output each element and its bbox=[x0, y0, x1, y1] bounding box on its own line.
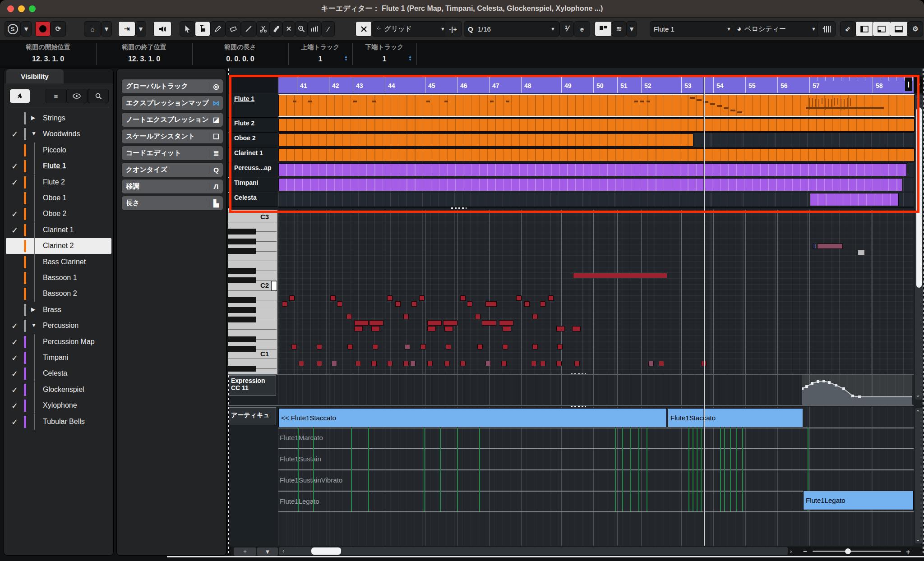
visibility-track-row[interactable]: ✓Tubular Bells bbox=[6, 414, 111, 430]
show-part-borders-button[interactable] bbox=[595, 21, 612, 37]
overview-track-name-cell[interactable]: Celesta bbox=[228, 193, 277, 207]
info-field-value[interactable]: 0. 0. 0. 0 bbox=[192, 55, 288, 63]
zone3-toggle[interactable] bbox=[890, 21, 908, 37]
midi-note[interactable] bbox=[857, 250, 865, 255]
midi-part[interactable] bbox=[278, 94, 915, 117]
overview-track-name-cell[interactable]: Clarinet 1 bbox=[228, 148, 277, 162]
midi-note[interactable] bbox=[330, 295, 336, 301]
midi-note[interactable] bbox=[460, 361, 466, 366]
value-stepper[interactable]: ▲▼ bbox=[408, 55, 412, 61]
midi-note[interactable] bbox=[485, 361, 491, 366]
midi-note[interactable] bbox=[337, 301, 342, 307]
vertical-scrollbar-lower[interactable] bbox=[915, 408, 923, 543]
midi-note[interactable] bbox=[557, 344, 563, 349]
visibility-track-row[interactable]: ✓Clarinet 1 bbox=[6, 222, 111, 238]
scroll-right-icon[interactable]: › bbox=[790, 548, 792, 555]
search-track-button[interactable] bbox=[88, 89, 109, 103]
midi-note[interactable] bbox=[347, 344, 353, 349]
zoom-slider[interactable] bbox=[813, 551, 901, 552]
midi-note[interactable] bbox=[289, 295, 295, 301]
articulation-block[interactable]: Flute1Legato bbox=[803, 491, 914, 510]
inspector-section-button[interactable]: 長さ▙ bbox=[121, 196, 223, 211]
check-icon[interactable]: ✓ bbox=[11, 401, 18, 411]
visibility-track-row[interactable]: ✓▼Woodwinds bbox=[6, 126, 111, 142]
expand-arrow-icon[interactable]: ▶ bbox=[31, 306, 35, 313]
zoom-slider-thumb[interactable] bbox=[845, 548, 851, 554]
midi-note[interactable] bbox=[387, 295, 393, 301]
midi-note[interactable] bbox=[659, 361, 664, 366]
midi-note[interactable] bbox=[556, 326, 565, 331]
midi-note[interactable] bbox=[516, 295, 522, 301]
active-part-dropdown[interactable]: Flute 1 ▼ bbox=[650, 21, 735, 37]
overview-track-name-cell[interactable]: Oboe 2 bbox=[228, 133, 277, 147]
midi-note[interactable] bbox=[460, 295, 466, 301]
iterative-quantize-button[interactable]: ⅟ bbox=[559, 21, 574, 37]
grid-minus-plus-button[interactable]: -|+ bbox=[444, 21, 462, 37]
overview-track-name-cell[interactable]: Flute 2 bbox=[228, 118, 277, 133]
check-icon[interactable]: ✓ bbox=[11, 225, 18, 235]
midi-note[interactable] bbox=[572, 326, 581, 331]
speaker-button[interactable] bbox=[153, 21, 171, 37]
check-icon[interactable]: ✓ bbox=[11, 178, 18, 188]
lane-preset-dropdown[interactable]: ▼ bbox=[257, 547, 278, 556]
midi-note[interactable] bbox=[420, 344, 426, 349]
scroll-down-icon[interactable]: ⌄ bbox=[915, 536, 920, 543]
autoscroll-dropdown[interactable]: ▾ bbox=[135, 21, 146, 37]
check-icon[interactable]: ✓ bbox=[11, 321, 18, 331]
inspector-section-button[interactable]: グローバルトラック◎ bbox=[121, 79, 223, 94]
horizontal-scrollbar[interactable]: ‹ bbox=[279, 547, 788, 555]
autoscroll-button[interactable]: ⇥ bbox=[118, 21, 135, 37]
midi-note[interactable] bbox=[446, 344, 451, 349]
inspector-section-button[interactable]: コードエディット≣ bbox=[121, 146, 223, 161]
cc-selected-region[interactable] bbox=[802, 375, 912, 405]
midi-note[interactable] bbox=[299, 361, 304, 366]
value-stepper[interactable]: ▲▼ bbox=[344, 55, 348, 61]
quantize-e-button[interactable]: e bbox=[574, 21, 590, 37]
midi-note[interactable] bbox=[332, 361, 337, 366]
left-zone-toggle[interactable]: ⇙ bbox=[840, 21, 855, 37]
black-key[interactable] bbox=[228, 366, 256, 372]
overview-track-lane[interactable] bbox=[278, 193, 914, 207]
midi-part[interactable] bbox=[278, 148, 915, 161]
curve-tool[interactable]: ∕ bbox=[321, 21, 335, 37]
inspector-section-button[interactable]: エクスプレッションマップ⋈ bbox=[121, 96, 223, 110]
midi-note[interactable] bbox=[815, 244, 816, 249]
collapse-arrow-icon[interactable]: ▼ bbox=[31, 322, 37, 328]
midi-note[interactable] bbox=[817, 244, 843, 249]
midi-note[interactable] bbox=[403, 314, 409, 319]
visibility-track-row[interactable]: ✓Flute 2 bbox=[6, 175, 111, 190]
midi-note[interactable] bbox=[574, 361, 580, 366]
black-key[interactable] bbox=[228, 297, 256, 303]
midi-note[interactable] bbox=[524, 301, 530, 307]
vertical-scrollbar-thumb[interactable] bbox=[916, 107, 922, 288]
eye-visibility-button[interactable] bbox=[66, 89, 87, 103]
solo-dropdown[interactable]: ▾ bbox=[21, 21, 32, 37]
midi-note[interactable] bbox=[354, 326, 363, 331]
midi-note[interactable] bbox=[482, 320, 496, 326]
midi-note[interactable] bbox=[540, 361, 545, 366]
setup-button[interactable]: ⚙ bbox=[908, 21, 923, 37]
visibility-track-row[interactable]: Clarinet 2 bbox=[6, 238, 111, 254]
midi-note[interactable] bbox=[540, 301, 545, 307]
black-key[interactable] bbox=[228, 307, 256, 313]
midi-note[interactable] bbox=[411, 301, 417, 307]
overview-track-name-cell[interactable]: Timpani bbox=[228, 178, 277, 192]
white-key[interactable] bbox=[228, 212, 277, 222]
midi-note[interactable] bbox=[356, 361, 361, 366]
visibility-track-row[interactable]: ✓Percussion Map bbox=[6, 334, 111, 350]
midi-part[interactable] bbox=[278, 163, 907, 176]
record-button[interactable] bbox=[35, 21, 51, 37]
zoom-tool[interactable] bbox=[295, 21, 308, 37]
visibility-track-row[interactable]: ✓Xylophone bbox=[6, 398, 111, 414]
erase-tool[interactable] bbox=[226, 21, 241, 37]
ruler-end-marker[interactable]: ❙ bbox=[905, 78, 912, 91]
visibility-track-row[interactable]: ✓▼Percussion bbox=[6, 318, 111, 334]
info-field-value[interactable]: 1 bbox=[352, 55, 416, 63]
overview-track-lane[interactable] bbox=[278, 163, 914, 177]
midi-note[interactable] bbox=[405, 344, 410, 349]
solo-button[interactable]: S bbox=[5, 21, 21, 37]
pin-button[interactable] bbox=[9, 89, 30, 103]
overview-track-lane[interactable] bbox=[278, 94, 914, 118]
visibility-track-row[interactable]: ✓Glockenspiel bbox=[6, 382, 111, 398]
controller-lane-dropdown[interactable]: ◕ ベロシティー ▼ bbox=[733, 21, 820, 37]
